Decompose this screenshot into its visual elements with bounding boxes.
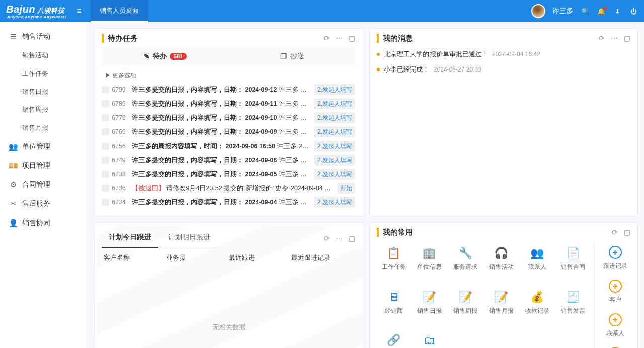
- favorite-icon: 🗂: [412, 333, 446, 348]
- sidebar-item[interactable]: ✂售后服务: [0, 194, 88, 214]
- favorite-item[interactable]: 🎧销售活动: [484, 246, 518, 285]
- favorite-item[interactable]: 💰收款记录: [520, 290, 554, 328]
- checkbox[interactable]: [102, 128, 109, 135]
- task-id: 6779: [112, 113, 129, 123]
- task-stage-tag[interactable]: 2.发起人填写: [314, 197, 355, 208]
- favorite-item[interactable]: 🔗样品管理: [377, 333, 410, 348]
- favorite-item[interactable]: 🗂工作任务: [412, 333, 446, 348]
- todo-count-badge: 581: [170, 53, 187, 60]
- sidebar-item-label: 合同管理: [22, 180, 50, 189]
- bell-icon[interactable]: 🔔: [597, 8, 606, 15]
- sidebar-subitem[interactable]: 工作任务: [0, 64, 88, 83]
- task-stage-tag[interactable]: 2.发起人填写: [314, 126, 355, 137]
- favorite-label: 服务请求: [449, 263, 482, 271]
- tab-sales-desktop[interactable]: 销售人员桌面: [91, 0, 148, 22]
- task-row[interactable]: 6736【被退回】 请修改9月4日20:52 提交的"新增报价" 史令 2024…: [102, 181, 355, 195]
- tab-plan-tomorrow[interactable]: 计划明日跟进: [161, 228, 218, 248]
- task-stage-tag[interactable]: 2.发起人填写: [314, 98, 355, 109]
- refresh-icon[interactable]: ⟳: [612, 228, 618, 236]
- task-row[interactable]: 6779许三多提交的日报，内容填写，日期： 2024-09-10 许三多 202…: [102, 111, 355, 125]
- message-row[interactable]: 北京理工大学的报价单审批已通过！2024-09-04 16:42: [377, 47, 630, 62]
- favorite-item[interactable]: 🖥经销商: [377, 290, 410, 328]
- task-row[interactable]: 6756许三多的周报内容填写，时间： 2024-09-06 16:50 许三多 …: [102, 139, 355, 153]
- favorite-item[interactable]: 📝销售日报: [412, 290, 446, 328]
- favorite-item[interactable]: 📝销售月报: [484, 290, 518, 328]
- task-stage-tag[interactable]: 2.发起人填写: [314, 84, 355, 95]
- favorite-icon: 🧾: [556, 290, 590, 305]
- task-stage-tag[interactable]: 2.发起人填写: [314, 155, 355, 166]
- task-stage-tag[interactable]: 2.发起人填写: [314, 141, 355, 152]
- task-stage-tag[interactable]: 开始: [337, 183, 355, 194]
- power-icon[interactable]: ⏻: [629, 8, 638, 15]
- task-stage-tag[interactable]: 2.发起人填写: [314, 112, 355, 123]
- quick-add[interactable]: +跟进记录: [600, 246, 630, 270]
- task-row[interactable]: 6769许三多提交的日报，内容填写，日期： 2024-09-09 许三多 202…: [102, 125, 355, 139]
- task-stage-tag[interactable]: 2.发起人填写: [314, 169, 355, 180]
- checkbox[interactable]: [102, 143, 109, 150]
- logo: Bajun八骏科技Anyone,Anytime,Anywhere!: [6, 4, 66, 19]
- refresh-icon[interactable]: ⟳: [599, 34, 605, 42]
- panel-messages: 我的消息 ⟳ ⋯ ▢ 北京理工大学的报价单审批已通过！2024-09-04 16…: [369, 28, 638, 216]
- favorite-icon: 💰: [520, 290, 554, 305]
- quick-add[interactable]: +联系人: [600, 313, 630, 338]
- sidebar-item[interactable]: 👥单位管理: [0, 137, 88, 156]
- sidebar-subitem[interactable]: 销售活动: [0, 46, 88, 64]
- favorite-item[interactable]: 📄销售合同: [556, 246, 590, 285]
- checkbox[interactable]: [102, 86, 109, 93]
- checkbox[interactable]: [102, 185, 109, 192]
- quick-add-label: 联系人: [600, 329, 630, 338]
- favorite-item[interactable]: 🧾销售发票: [556, 290, 590, 328]
- message-row[interactable]: 小李已经完成！2024-08-27 20:33: [377, 62, 630, 77]
- sidebar-icon: ✂: [9, 200, 17, 208]
- expand-icon[interactable]: ▢: [349, 34, 355, 42]
- sidebar-icon: 👤: [9, 219, 17, 227]
- more-icon[interactable]: ⋯: [611, 34, 618, 42]
- task-row[interactable]: 6749许三多提交的日报，内容填写，日期： 2024-09-06 许三多 202…: [102, 153, 355, 167]
- sidebar-item[interactable]: 💴项目管理: [0, 156, 88, 175]
- sidebar-item[interactable]: ☰销售活动: [0, 27, 88, 46]
- sidebar-item-label: 售后服务: [22, 199, 50, 208]
- checkbox[interactable]: [102, 171, 109, 178]
- favorite-label: 联系人: [520, 263, 554, 271]
- more-icon[interactable]: ⋯: [336, 34, 343, 42]
- favorite-item[interactable]: 🏢单位信息: [412, 246, 446, 285]
- task-id: 6734: [112, 197, 129, 207]
- more-options[interactable]: ▶ 更多选项: [102, 69, 355, 83]
- download-icon[interactable]: ⬇: [613, 8, 622, 15]
- tab-todo[interactable]: ✎ 待办 581: [102, 47, 229, 66]
- expand-icon[interactable]: ▢: [349, 234, 355, 242]
- favorite-item[interactable]: 📋工作任务: [377, 246, 410, 285]
- task-row[interactable]: 6789许三多提交的日报，内容填写，日期： 2024-09-11 许三多 202…: [102, 97, 355, 111]
- favorite-label: 单位信息: [412, 263, 446, 271]
- quick-add[interactable]: +客户: [600, 280, 630, 304]
- checkbox[interactable]: [102, 114, 109, 121]
- favorite-label: 销售发票: [556, 307, 590, 315]
- tab-plan-today[interactable]: 计划今日跟进: [102, 228, 158, 248]
- tab-cc[interactable]: ❐ 抄送: [229, 47, 355, 66]
- sidebar-subitem[interactable]: 销售月报: [0, 119, 88, 137]
- favorite-item[interactable]: 🔧服务请求: [449, 246, 482, 285]
- favorite-item[interactable]: 👥联系人: [520, 246, 554, 285]
- sidebar-item[interactable]: 👤销售协同: [0, 214, 88, 233]
- more-icon[interactable]: ⋯: [336, 234, 343, 242]
- favorite-item[interactable]: 📝销售周报: [449, 290, 482, 328]
- sidebar-icon: ☰: [9, 33, 17, 41]
- username[interactable]: 许三多: [552, 7, 574, 16]
- sidebar-item[interactable]: ⚙合同管理: [0, 175, 88, 194]
- search-icon[interactable]: 🔍: [581, 8, 590, 15]
- task-row[interactable]: 6734许三多提交的日报，内容填写，日期： 2024-09-04 许三多 202…: [102, 195, 355, 210]
- checkbox[interactable]: [102, 199, 109, 206]
- refresh-icon[interactable]: ⟳: [324, 34, 330, 42]
- sidebar-subitem[interactable]: 销售周报: [0, 101, 88, 119]
- expand-icon[interactable]: ▢: [624, 228, 630, 236]
- task-row[interactable]: 6738许三多提交的日报，内容填写，日期： 2024-09-05 许三多 202…: [102, 167, 355, 181]
- quick-add-label: 客户: [600, 296, 630, 304]
- menu-toggle-icon[interactable]: ≡: [77, 7, 81, 16]
- refresh-icon[interactable]: ⟳: [324, 234, 330, 242]
- expand-icon[interactable]: ▢: [624, 34, 630, 42]
- avatar[interactable]: [531, 4, 545, 18]
- task-row[interactable]: 6799许三多提交的日报，内容填写，日期： 2024-09-12 许三多 202…: [102, 83, 355, 97]
- checkbox[interactable]: [102, 100, 109, 107]
- sidebar-subitem[interactable]: 销售日报: [0, 83, 88, 101]
- checkbox[interactable]: [102, 157, 109, 164]
